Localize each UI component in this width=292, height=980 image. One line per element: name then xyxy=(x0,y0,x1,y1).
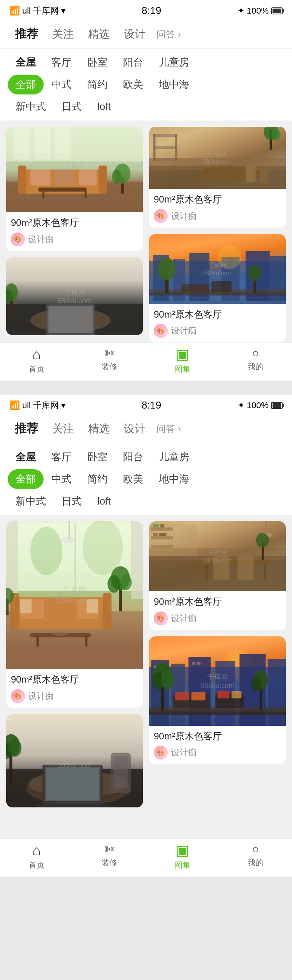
nav-gallery-1[interactable]: ▣ 图集 xyxy=(146,348,219,374)
filter-loft-1[interactable]: loft xyxy=(90,98,119,116)
svg-rect-9 xyxy=(84,190,86,199)
bottom-nav-2: ⌂ 首页 ✄ 装修 ▣ 图集 ○ 我的 xyxy=(0,839,292,877)
tab-more-2[interactable]: 问答 › xyxy=(153,419,185,438)
decorate-label-2: 装修 xyxy=(102,858,117,868)
card-2-avatar: 🎨 xyxy=(154,209,168,223)
filter-kids-1[interactable]: 儿童房 xyxy=(151,52,197,72)
filter-mediterranean-2[interactable]: 地中海 xyxy=(151,469,197,489)
s2-card-4[interactable]: 千库网588ku.com 90m²原木色客厅 🎨 设计痴 xyxy=(149,636,286,765)
card-4[interactable]: 千库网588ku.com 90m²原木色客厅 🎨 设计痴 xyxy=(149,234,286,343)
card-1-image: 千库网588ku.com xyxy=(6,127,143,212)
svg-rect-15 xyxy=(34,128,50,160)
card-2-title: 90m²原木色客厅 xyxy=(154,193,281,206)
filter-new-chinese-1[interactable]: 新中式 xyxy=(8,97,54,117)
s2-card-3[interactable]: 千库网588ku.com xyxy=(6,714,143,807)
nav-mine-1[interactable]: ○ 我的 xyxy=(219,348,292,374)
svg-rect-21 xyxy=(48,306,93,333)
bluetooth-icon-2: ✦ xyxy=(237,400,245,411)
filter-all-style-2[interactable]: 全部 xyxy=(8,469,44,489)
svg-rect-3 xyxy=(99,166,107,194)
svg-rect-113 xyxy=(237,556,253,580)
filter-new-chinese-2[interactable]: 新中式 xyxy=(8,491,54,511)
svg-rect-58 xyxy=(131,521,143,599)
filter-japanese-2[interactable]: 日式 xyxy=(54,491,90,511)
tab-follow-2[interactable]: 关注 xyxy=(45,418,81,439)
filter-living-1[interactable]: 客厅 xyxy=(44,52,79,72)
filter-japanese-1[interactable]: 日式 xyxy=(54,97,90,117)
nav-decorate-1[interactable]: ✄ 装修 xyxy=(73,348,146,374)
filter-chinese-1[interactable]: 中式 xyxy=(44,75,79,94)
card-3[interactable]: 千库网588ku.com xyxy=(6,257,143,335)
filter-chinese-2[interactable]: 中式 xyxy=(44,469,79,489)
filter-simple-1[interactable]: 简约 xyxy=(79,75,115,94)
svg-rect-70 xyxy=(20,599,32,613)
filter-bedroom-1[interactable]: 卧室 xyxy=(79,52,115,72)
filter-living-2[interactable]: 客厅 xyxy=(44,447,79,467)
tab-recommend-2[interactable]: 推荐 xyxy=(8,418,45,440)
tab-design-1[interactable]: 设计 xyxy=(117,24,153,45)
bottom-nav-1: ⌂ 首页 ✄ 装修 ▣ 图集 ○ 我的 xyxy=(0,342,292,381)
s2-card-2-title: 90m²原木色客厅 xyxy=(154,595,281,608)
filter-western-2[interactable]: 欧美 xyxy=(115,469,151,489)
svg-rect-138 xyxy=(232,691,242,699)
card-1-author-name: 设计痴 xyxy=(28,234,54,245)
style-filter-row2-1: 新中式 日式 loft xyxy=(8,97,284,117)
s2-card-4-image: 千库网588ku.com xyxy=(149,636,286,726)
svg-rect-68 xyxy=(48,599,72,620)
left-col-2: 千库网588ku.com 90m²原木色客厅 🎨 设计痴 xyxy=(6,521,143,807)
battery-area-2: ✦ 100% xyxy=(237,400,283,411)
tab-selected-1[interactable]: 精选 xyxy=(81,24,117,45)
s2-card-2-author: 🎨 设计痴 xyxy=(154,611,281,625)
s2-card-2-image: 千库网588ku.com xyxy=(149,521,286,591)
status-bar-2: 📶 ull 千库网 ▾ 8:19 ✦ 100% xyxy=(0,395,292,414)
s2-card-2[interactable]: 千库网588ku.com 90m²原木色客厅 🎨 设计痴 xyxy=(149,521,286,630)
filter-all-room-1[interactable]: 全屋 xyxy=(8,52,44,72)
filter-mediterranean-1[interactable]: 地中海 xyxy=(151,75,197,94)
filter-balcony-1[interactable]: 阳台 xyxy=(115,52,151,72)
filter-kids-2[interactable]: 儿童房 xyxy=(151,447,197,467)
nav-decorate-2[interactable]: ✄ 装修 xyxy=(73,844,146,870)
svg-rect-82 xyxy=(69,521,70,539)
filter-balcony-2[interactable]: 阳台 xyxy=(115,447,151,467)
card-1[interactable]: 千库网588ku.com xyxy=(6,127,143,251)
tab-follow-1[interactable]: 关注 xyxy=(45,24,81,45)
card-1-author: 🎨 设计痴 xyxy=(11,232,138,246)
tab-selected-2[interactable]: 精选 xyxy=(81,418,117,439)
svg-rect-125 xyxy=(268,659,286,726)
card-2[interactable]: 千库网588ku.com 90m²原木色客厅 🎨 设计痴 xyxy=(149,127,286,228)
tab-more-1[interactable]: 问答 › xyxy=(153,25,185,44)
room-filter-row-1: 全屋 客厅 卧室 阳台 儿童房 xyxy=(8,52,284,72)
filter-loft-2[interactable]: loft xyxy=(90,492,119,510)
tab-recommend-1[interactable]: 推荐 xyxy=(8,23,45,45)
card-2-image: 千库网588ku.com xyxy=(149,127,286,189)
filter-all-style-1[interactable]: 全部 xyxy=(8,75,44,94)
svg-point-145 xyxy=(251,676,261,691)
masonry-grid-1: 千库网588ku.com xyxy=(6,127,286,342)
svg-point-61 xyxy=(30,527,63,575)
s2-card-2-info: 90m²原木色客厅 🎨 设计痴 xyxy=(149,591,286,630)
filter-simple-2[interactable]: 简约 xyxy=(79,469,115,489)
s2-card-1[interactable]: 千库网588ku.com 90m²原木色客厅 🎨 设计痴 xyxy=(6,521,143,708)
svg-point-55 xyxy=(218,245,242,269)
svg-rect-111 xyxy=(264,564,266,580)
nav-mine-2[interactable]: ○ 我的 xyxy=(219,844,292,870)
s2-card-2-avatar: 🎨 xyxy=(154,611,168,625)
svg-point-62 xyxy=(83,521,123,575)
tab-design-2[interactable]: 设计 xyxy=(117,418,153,439)
svg-point-33 xyxy=(271,129,281,141)
svg-rect-122 xyxy=(188,657,211,726)
filter-all-room-2[interactable]: 全屋 xyxy=(8,447,44,467)
nav-gallery-2[interactable]: ▣ 图集 xyxy=(146,844,219,870)
right-col-1: 千库网588ku.com 90m²原木色客厅 🎨 设计痴 xyxy=(149,127,286,342)
svg-rect-112 xyxy=(213,556,229,580)
nav-home-1[interactable]: ⌂ 首页 xyxy=(0,348,73,374)
svg-point-12 xyxy=(112,169,122,184)
battery-area: ✦ 100% xyxy=(237,6,283,16)
style-filter-row1-2: 全部 中式 简约 欧美 地中海 xyxy=(8,469,284,489)
s2-card-1-title: 90m²原木色客厅 xyxy=(11,673,138,686)
filter-western-1[interactable]: 欧美 xyxy=(115,75,151,94)
svg-rect-104 xyxy=(160,524,164,528)
svg-rect-66 xyxy=(103,593,112,629)
nav-home-2[interactable]: ⌂ 首页 xyxy=(0,844,73,870)
filter-bedroom-2[interactable]: 卧室 xyxy=(79,447,115,467)
